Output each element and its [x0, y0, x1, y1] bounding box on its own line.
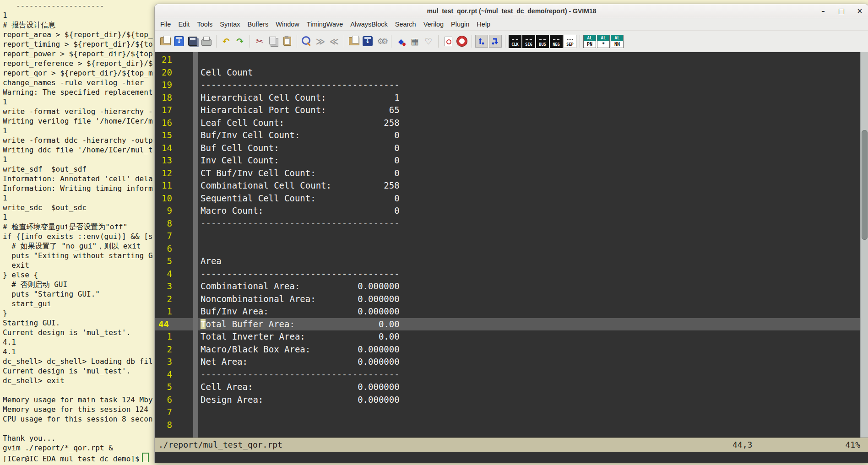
editor-line[interactable]: 20Cell Count [155, 66, 860, 79]
terminal-cursor[interactable] [142, 453, 149, 462]
maximize-button[interactable]: □ [837, 4, 846, 18]
paste-button[interactable] [281, 34, 293, 48]
menu-item-plugin[interactable]: Plugin [447, 18, 473, 30]
menu-item-buffers[interactable]: Buffers [244, 18, 272, 30]
minimize-button[interactable]: – [819, 4, 827, 18]
line-text: Buf Cell Count: 0 [201, 142, 400, 155]
run-script-button[interactable]: ⚙⚙ [375, 34, 388, 48]
editor-line[interactable]: 7 [155, 230, 860, 243]
editor-line[interactable]: 9Macro Count: 0 [155, 205, 860, 217]
undo-button[interactable]: ↶ [220, 34, 233, 48]
editor-line[interactable]: 6Design Area: 0.000000 [155, 394, 860, 406]
editor-line[interactable]: 8 [155, 419, 860, 432]
scrollbar-thumb[interactable] [862, 130, 868, 240]
line-number: 15 [155, 129, 172, 142]
editor-line[interactable]: 5Area [155, 255, 860, 268]
menu-item-verilog[interactable]: Verilog [420, 18, 447, 30]
menu-item-tools[interactable]: Tools [193, 18, 216, 30]
tag-jump-button[interactable]: ♡ [422, 34, 435, 48]
editor-line[interactable]: 18Hierarchical Cell Count: 1 [155, 92, 860, 104]
cut-button[interactable]: ✂ [253, 34, 266, 48]
find-replace-button[interactable] [300, 34, 313, 48]
menu-item-file[interactable]: File [157, 18, 174, 30]
undo-icon: ↶ [222, 37, 230, 46]
sep-icon: SEP [564, 35, 576, 48]
editor-line[interactable]: 1Buf/Inv Area: 0.000000 [155, 305, 860, 318]
make-button[interactable]: ◆ [395, 34, 407, 48]
clk-icon: CLK [509, 35, 521, 48]
editor-line[interactable]: 2Macro/Black Box Area: 0.000000 [155, 343, 860, 356]
build-tags-button[interactable]: ▦ [408, 34, 421, 48]
al-star-button[interactable]: AL* [597, 34, 610, 48]
print-button[interactable] [200, 34, 213, 48]
save-session-button[interactable] [361, 34, 374, 48]
editor-line[interactable]: 19-------------------------------------- [155, 79, 860, 92]
open-button[interactable] [159, 34, 172, 48]
bus-button[interactable]: BUS [536, 34, 549, 48]
wave-edit-button[interactable] [489, 34, 502, 48]
redo-button[interactable]: ↷ [233, 34, 246, 48]
desktop: { "terminal": { "lines": [ " -----------… [0, 0, 868, 465]
editor-line[interactable]: 1Total Inverter Area: 0.00 [155, 330, 860, 343]
vertical-scrollbar[interactable] [860, 52, 868, 438]
al-nn-button[interactable]: ALNN [611, 34, 624, 48]
sep-button[interactable]: SEP [564, 34, 576, 48]
save-button[interactable] [173, 34, 185, 48]
line-number: 17 [155, 104, 172, 117]
editor-line[interactable]: 21 [155, 54, 860, 66]
find-prev-button[interactable]: ≪ [328, 34, 341, 48]
al-star-icon: AL* [597, 35, 610, 48]
editor-line[interactable]: 10Sequential Cell Count: 0 [155, 192, 860, 205]
editor-line[interactable]: 4-------------------------------------- [155, 368, 860, 381]
menu-item-alwaysblock[interactable]: AlwaysBlock [347, 18, 391, 30]
editor-line[interactable]: 3Combinational Area: 0.000000 [155, 280, 860, 293]
editor-line[interactable]: 8-------------------------------------- [155, 217, 860, 230]
gvim-titlebar[interactable]: mul_test_qor.rpt (~/mul_test_dc_demo/rep… [155, 4, 868, 18]
al-pn-button[interactable]: ALPN [583, 34, 596, 48]
toolbar-separator [216, 35, 217, 48]
statusbar-cursor-position: 44,3 [732, 438, 752, 452]
menu-item-help[interactable]: Help [473, 18, 494, 30]
editor-line[interactable]: 15Buf/Inv Cell Count: 0 [155, 129, 860, 142]
editor-cursor: T [201, 319, 206, 329]
editor-line[interactable]: 6 [155, 243, 860, 255]
clk-button[interactable]: CLK [509, 34, 521, 48]
editor-area[interactable]: 2120Cell Count19------------------------… [155, 52, 868, 438]
copy-button[interactable] [267, 34, 280, 48]
line-number: 7 [155, 230, 172, 243]
save-all-button[interactable] [186, 34, 199, 48]
help-button[interactable] [442, 34, 455, 48]
editor-line[interactable]: 12CT Buf/Inv Cell Count: 0 [155, 167, 860, 180]
menu-item-timingwave[interactable]: TimingWave [303, 18, 347, 30]
neg-button[interactable]: NEG [550, 34, 563, 48]
text-buffer[interactable]: 2120Cell Count19------------------------… [155, 52, 860, 438]
gvim-window[interactable]: mul_test_qor.rpt (~/mul_test_dc_demo/rep… [154, 4, 868, 463]
editor-line[interactable]: 16Leaf Cell Count: 258 [155, 117, 860, 130]
editor-line[interactable]: 4-------------------------------------- [155, 268, 860, 281]
find-replace-icon [302, 36, 310, 45]
editor-current-line[interactable]: 44Total Buffer Area: 0.00 [155, 318, 860, 331]
command-line-area[interactable] [155, 452, 868, 463]
editor-line[interactable]: 11Combinational Cell Count: 258 [155, 179, 860, 192]
load-session-button[interactable] [347, 34, 360, 48]
editor-line[interactable]: 5Cell Area: 0.000000 [155, 381, 860, 394]
line-text: Noncombinational Area: 0.000000 [201, 293, 400, 306]
close-button[interactable]: × [856, 4, 864, 18]
editor-line[interactable]: 2Noncombinational Area: 0.000000 [155, 293, 860, 306]
editor-line[interactable]: 17Hierarchical Port Count: 65 [155, 104, 860, 117]
editor-line[interactable]: 7 [155, 406, 860, 419]
menu-item-search[interactable]: Search [391, 18, 420, 30]
editor-line[interactable]: 3Net Area: 0.000000 [155, 356, 860, 368]
line-text-rest: otal Buffer Area: 0.00 [206, 319, 399, 329]
load-session-icon [349, 37, 359, 45]
find-help-button[interactable] [456, 34, 468, 48]
editor-line[interactable]: 14Buf Cell Count: 0 [155, 142, 860, 155]
find-next-button[interactable]: ≫ [314, 34, 327, 48]
sig-button[interactable]: SIG [522, 34, 535, 48]
editor-line[interactable]: 13Inv Cell Count: 0 [155, 154, 860, 167]
wave-add-button[interactable] [475, 34, 488, 48]
save-icon [174, 36, 184, 46]
menu-item-window[interactable]: Window [272, 18, 303, 30]
menu-item-edit[interactable]: Edit [174, 18, 193, 30]
menu-item-syntax[interactable]: Syntax [216, 18, 244, 30]
